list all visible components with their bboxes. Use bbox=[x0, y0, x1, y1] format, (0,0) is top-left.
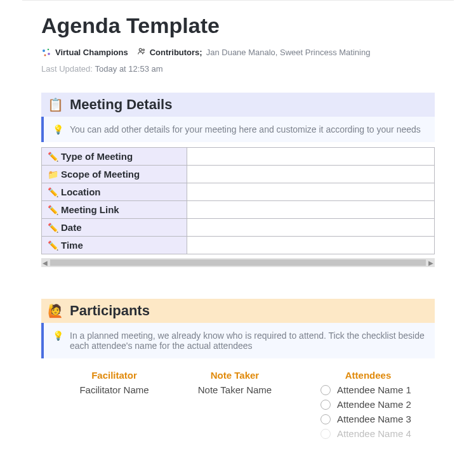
workspace-name: Virtual Champions bbox=[55, 48, 128, 57]
callout-details-text: You can add other details for your meeti… bbox=[70, 124, 421, 134]
svg-point-2 bbox=[48, 53, 50, 55]
contributors-label: Contributors; bbox=[150, 48, 202, 57]
attendee-checkbox[interactable] bbox=[321, 429, 331, 439]
callout-participants-text: In a planned meeting, we already know wh… bbox=[70, 330, 426, 351]
page-title: Agenda Template bbox=[41, 13, 435, 38]
detail-label-cell: ✏️Type of Meeting bbox=[42, 148, 187, 166]
attendees-column: Attendees Attendee Name 1Attendee Name 2… bbox=[301, 370, 435, 443]
detail-label-text: Location bbox=[61, 186, 101, 197]
attendees-heading: Attendees bbox=[311, 370, 425, 381]
lightbulb-icon: 💡 bbox=[53, 124, 63, 134]
detail-label-text: Meeting Link bbox=[61, 204, 119, 215]
svg-point-4 bbox=[139, 48, 142, 51]
last-updated: Last Updated: Today at 12:53 am bbox=[41, 64, 435, 74]
scrollbar-track[interactable] bbox=[50, 259, 426, 266]
attendee-name[interactable]: Attendee Name 3 bbox=[337, 414, 411, 424]
detail-label-text: Date bbox=[61, 222, 82, 233]
scroll-right-icon[interactable]: ▶ bbox=[428, 259, 433, 266]
svg-point-3 bbox=[44, 54, 46, 56]
pencil-icon: ✏️ bbox=[47, 205, 58, 215]
section-header-participants: 🙋 Participants bbox=[41, 299, 435, 323]
people-icon bbox=[137, 47, 146, 58]
scroll-left-icon[interactable]: ◀ bbox=[43, 259, 48, 266]
facilitator-heading: Facilitator bbox=[91, 370, 137, 381]
workspace-chip[interactable]: Virtual Champions bbox=[41, 48, 128, 58]
attendee-row: Attendee Name 1 bbox=[321, 384, 411, 395]
horizontal-scrollbar[interactable]: ◀ ▶ bbox=[41, 258, 435, 267]
section-header-details: 📋 Meeting Details bbox=[41, 93, 435, 117]
pencil-icon: ✏️ bbox=[47, 223, 58, 233]
attendee-row: Attendee Name 4 bbox=[321, 428, 411, 439]
contributors-names: Jan Duane Manalo, Sweet Princess Matinin… bbox=[206, 48, 371, 57]
facilitator-value[interactable]: Facilitator Name bbox=[79, 384, 149, 395]
detail-label-cell: ✏️Time bbox=[42, 237, 187, 254]
attendee-name[interactable]: Attendee Name 2 bbox=[337, 399, 411, 410]
detail-label-cell: 📁Scope of Meeting bbox=[42, 166, 187, 183]
detail-value-cell[interactable] bbox=[187, 183, 435, 201]
attendee-name[interactable]: Attendee Name 4 bbox=[337, 428, 411, 439]
workspace-logo-icon bbox=[41, 48, 51, 58]
last-updated-value: Today at 12:53 am bbox=[95, 64, 163, 74]
table-row: ✏️Type of Meeting bbox=[42, 148, 435, 166]
notetaker-value[interactable]: Note Taker Name bbox=[198, 384, 272, 395]
pencil-icon: ✏️ bbox=[47, 240, 58, 251]
raising-hand-icon: 🙋 bbox=[48, 304, 63, 317]
detail-value-cell[interactable] bbox=[187, 166, 435, 183]
detail-value-cell[interactable] bbox=[187, 237, 435, 254]
attendee-row: Attendee Name 3 bbox=[321, 414, 411, 424]
detail-value-cell[interactable] bbox=[187, 148, 435, 166]
section-title-details: Meeting Details bbox=[70, 96, 172, 113]
lightbulb-icon: 💡 bbox=[53, 330, 63, 341]
notetaker-column: Note Taker Note Taker Name bbox=[181, 370, 289, 443]
callout-participants: 💡 In a planned meeting, we already know … bbox=[41, 323, 435, 358]
table-row: ✏️Time bbox=[42, 237, 435, 254]
detail-value-cell[interactable] bbox=[187, 201, 435, 219]
svg-point-1 bbox=[48, 48, 50, 50]
attendee-checkbox[interactable] bbox=[321, 414, 331, 424]
attendee-checkbox[interactable] bbox=[321, 400, 331, 410]
last-updated-label: Last Updated: bbox=[41, 64, 93, 74]
svg-point-0 bbox=[43, 49, 45, 52]
meeting-details-table: ✏️Type of Meeting📁Scope of Meeting✏️Loca… bbox=[41, 147, 435, 254]
table-row: ✏️Location bbox=[42, 183, 435, 201]
detail-label-cell: ✏️Meeting Link bbox=[42, 201, 187, 219]
memo-icon: 📋 bbox=[48, 98, 63, 111]
table-row: ✏️Meeting Link bbox=[42, 201, 435, 219]
attendee-name[interactable]: Attendee Name 1 bbox=[337, 384, 411, 395]
svg-point-5 bbox=[142, 49, 144, 51]
meta-row: Virtual Champions Contributors; Jan Duan… bbox=[41, 47, 435, 58]
pencil-icon: ✏️ bbox=[47, 152, 58, 162]
detail-value-cell[interactable] bbox=[187, 219, 435, 237]
document-page: Agenda Template Virtual Champions Contr bbox=[22, 0, 454, 458]
contributors-chip[interactable]: Contributors; Jan Duane Manalo, Sweet Pr… bbox=[137, 47, 371, 58]
callout-details: 💡 You can add other details for your mee… bbox=[41, 117, 435, 142]
table-row: 📁Scope of Meeting bbox=[42, 166, 435, 183]
detail-label-text: Scope of Meeting bbox=[61, 169, 140, 180]
detail-label-cell: ✏️Date bbox=[42, 219, 187, 237]
folder-icon: 📁 bbox=[47, 169, 58, 180]
pencil-icon: ✏️ bbox=[47, 187, 58, 197]
detail-label-cell: ✏️Location bbox=[42, 183, 187, 201]
section-title-participants: Participants bbox=[70, 303, 150, 319]
table-row: ✏️Date bbox=[42, 219, 435, 237]
attendee-row: Attendee Name 2 bbox=[321, 399, 411, 410]
detail-label-text: Time bbox=[61, 240, 83, 251]
attendee-checkbox[interactable] bbox=[321, 385, 331, 395]
participants-grid: Facilitator Facilitator Name Note Taker … bbox=[41, 363, 435, 443]
notetaker-heading: Note Taker bbox=[211, 370, 259, 381]
facilitator-column: Facilitator Facilitator Name bbox=[60, 370, 168, 443]
detail-label-text: Type of Meeting bbox=[61, 151, 133, 162]
